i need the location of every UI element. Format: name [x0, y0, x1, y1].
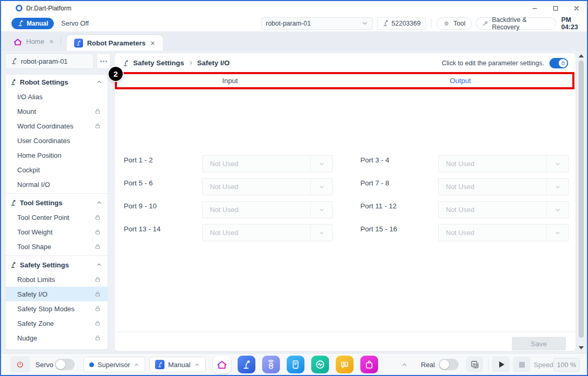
robot-icon [10, 199, 17, 206]
speed-value-box[interactable]: 100 % [554, 358, 580, 372]
minimize-button[interactable] [524, 1, 545, 15]
input-column-tab[interactable]: Input [115, 73, 345, 89]
sidebar-item-safety-zone[interactable]: Safety Zone [6, 316, 108, 331]
parameter-select[interactable]: robot-param-01 [261, 17, 373, 30]
role-dropdown-value: Supervisor [98, 361, 130, 369]
sidebar-item-normal-io[interactable]: Normal I/O [6, 177, 108, 192]
tab-home[interactable]: Home [8, 32, 60, 51]
tool-button[interactable]: Tool [437, 17, 472, 30]
dock-task-document-icon[interactable] [287, 356, 304, 373]
robot-icon [10, 79, 17, 86]
sidebar-section-robot-settings[interactable]: Robot Settings [6, 75, 108, 89]
sidebar-item-user-coordinates[interactable]: User Coordinates [6, 133, 108, 148]
vertical-scrollbar[interactable] [577, 52, 585, 351]
sidebar-section-safety-settings[interactable]: Safety Settings [6, 257, 108, 272]
sidebar-item-cockpit[interactable]: Cockpit [6, 162, 108, 177]
more-options-button[interactable] [97, 53, 111, 69]
play-button[interactable] [492, 357, 510, 372]
port-7-8-select[interactable]: Not Used [438, 178, 569, 195]
sidebar-item-tool-weight[interactable]: Tool Weight [6, 225, 108, 239]
edit-lock-toggle[interactable] [549, 58, 568, 68]
tab-bar: Home Robot Parameters [1, 31, 587, 51]
clock-text: PM 04:23 [561, 16, 587, 31]
servo-power-button[interactable] [10, 356, 30, 373]
scrollbar-thumb[interactable] [579, 61, 584, 338]
backdrive-recovery-button[interactable]: Backdrive & Recovery [476, 17, 556, 30]
port-3-4-select[interactable]: Not Used [438, 155, 569, 172]
section-label: Tool Settings [20, 199, 62, 207]
output-column-tab[interactable]: Output [345, 73, 575, 89]
dock-expand-icon[interactable] [401, 361, 408, 368]
parameter-select-value: robot-param-01 [266, 20, 311, 27]
sidebar-item-world-coordinates[interactable]: World Coordinates [6, 119, 108, 133]
lock-icon [95, 229, 101, 235]
top-toolbar: Manual Servo Off robot-param-01 52203369… [1, 15, 587, 31]
chevron-up-icon [96, 262, 102, 268]
servo-toggle[interactable] [55, 359, 75, 370]
sidebar-item-io-alias[interactable]: I/O Alias [6, 89, 108, 104]
port-label: Port 13 - 14 [124, 225, 161, 233]
mode-dropdown[interactable]: Manual [149, 357, 206, 372]
save-button[interactable]: Save [512, 337, 566, 350]
tool-button-label: Tool [453, 20, 465, 27]
port-1-2-select[interactable]: Not Used [202, 155, 333, 172]
lock-icon [95, 214, 101, 220]
dock-monitoring-icon[interactable] [311, 356, 329, 373]
tab-robot-parameters[interactable]: Robot Parameters [67, 35, 163, 51]
main-content: Safety Settings Safety I/O Click to edit… [115, 53, 575, 351]
port-11-12-select[interactable]: Not Used [438, 201, 569, 218]
sidebar-item-home-position[interactable]: Home Position [6, 148, 108, 162]
sidebar-item-safety-io[interactable]: Safety I/O [6, 287, 108, 301]
select-value: Not Used [446, 183, 474, 191]
dock-robot-parameters-icon[interactable] [238, 356, 255, 373]
item-label: Tool Weight [17, 228, 53, 236]
stop-button[interactable] [513, 357, 531, 372]
lock-icon [95, 108, 101, 114]
sidebar-item-mount[interactable]: Mount [6, 104, 108, 119]
port-13-14-select[interactable]: Not Used [202, 224, 333, 241]
chevron-right-icon [188, 60, 194, 66]
sidebar-section-tool-settings[interactable]: Tool Settings [6, 195, 108, 210]
app-dock [213, 356, 378, 373]
scroll-down-icon[interactable] [579, 346, 584, 349]
breadcrumb: Safety Settings Safety I/O [122, 59, 230, 67]
sidebar-item-tool-shape[interactable]: Tool Shape [6, 239, 108, 254]
3d-view-button[interactable] [466, 357, 483, 372]
section-label: Robot Settings [20, 78, 68, 86]
sidebar-item-tool-center-point[interactable]: Tool Center Point [6, 210, 108, 225]
real-toggle[interactable] [439, 359, 458, 370]
sidebar-item-nudge[interactable]: Nudge [6, 331, 108, 345]
content-divider [115, 332, 575, 332]
lock-icon [95, 276, 101, 283]
role-dropdown[interactable]: Supervisor [84, 357, 145, 372]
dock-jog-icon[interactable] [262, 356, 280, 373]
output-column-label: Output [450, 77, 471, 85]
sidebar-parameter-name[interactable]: robot-param-01 [5, 53, 94, 69]
breadcrumb-current: Safety I/O [197, 59, 230, 67]
chevron-down-icon [310, 202, 332, 218]
tab-home-label: Home [26, 38, 44, 45]
dock-message-log-icon[interactable] [336, 356, 354, 373]
sidebar-item-safety-stop-modes[interactable]: Safety Stop Modes [6, 301, 108, 316]
sidebar: robot-param-01 Robot Settings I/O Alias … [5, 53, 111, 350]
close-button[interactable] [566, 1, 587, 15]
port-5-6-select[interactable]: Not Used [202, 178, 333, 195]
maximize-button[interactable] [545, 1, 566, 15]
sidebar-item-robot-limits[interactable]: Robot Limits [6, 272, 108, 287]
device-id-button[interactable]: 52203369 [377, 17, 426, 30]
robot-icon [122, 60, 130, 67]
play-icon [499, 361, 504, 368]
mode-badge[interactable]: Manual [11, 18, 54, 29]
breadcrumb-parent: Safety Settings [133, 59, 184, 67]
scroll-up-icon[interactable] [579, 54, 584, 57]
tab-robot-parameters-close-icon[interactable] [150, 40, 156, 46]
lock-icon [95, 320, 101, 326]
body-area: robot-param-01 Robot Settings I/O Alias … [1, 51, 587, 353]
dock-home-icon[interactable] [213, 356, 231, 373]
port-15-16-select[interactable]: Not Used [438, 224, 569, 241]
app-logo-icon [16, 5, 22, 11]
port-9-10-select[interactable]: Not Used [202, 201, 333, 218]
dock-store-icon[interactable] [360, 356, 378, 373]
tab-home-close-icon[interactable] [49, 39, 54, 44]
item-label: Safety Zone [17, 320, 54, 327]
